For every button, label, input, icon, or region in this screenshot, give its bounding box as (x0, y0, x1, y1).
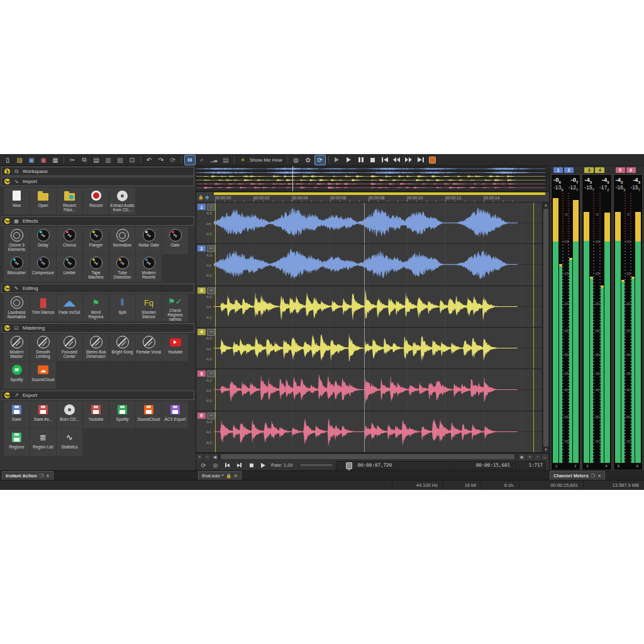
undock-icon[interactable]: ❐ (40, 474, 43, 479)
zoom-in-icon[interactable]: + (196, 454, 204, 460)
zoom-out-icon[interactable]: − (204, 454, 211, 460)
scroll-left-icon[interactable]: ◀ (211, 454, 219, 460)
action-tile-save-as[interactable]: Save As... (30, 401, 56, 428)
track-collapse-icon[interactable]: − (207, 245, 215, 252)
section-header-mastering[interactable]: ❮☑Mastering (1, 323, 194, 333)
channel-tab-1[interactable]: 1 (553, 167, 563, 173)
track-collapse-icon[interactable]: − (207, 413, 215, 419)
action-tile-extract-audio-from-cd[interactable]: Extract Audio from CD... (109, 187, 135, 214)
paste-mix-icon[interactable]: ▥ (103, 155, 114, 165)
track-number-badge[interactable]: 5 (197, 370, 206, 377)
playhead-cursor[interactable] (364, 369, 365, 410)
undo-icon[interactable]: ↶ (143, 155, 155, 165)
chevron-right-icon[interactable]: ❯ (4, 169, 10, 174)
action-tile-limiter[interactable]: ∿Limiter (57, 255, 82, 282)
track-number-badge[interactable]: 2 (197, 245, 206, 252)
track-collapse-icon[interactable]: − (207, 370, 215, 377)
play-normal-icon[interactable] (331, 155, 343, 165)
action-tile-normalize[interactable]: Normalize (109, 227, 135, 254)
audio-track-6[interactable]: -6,0-Inf.-6,06− (196, 411, 542, 453)
section-header-import[interactable]: ❮⇘Import (1, 177, 194, 186)
stop-icon[interactable] (367, 155, 379, 165)
record-icon[interactable]: ◎ (211, 462, 219, 469)
loop-region-bar[interactable] (214, 192, 545, 195)
action-tile-regions[interactable]: Regions (4, 429, 30, 456)
section-header-export[interactable]: ❮↗Export (1, 391, 194, 400)
tab-final-wav[interactable]: final.wav * 🔒 ✕ (198, 471, 242, 480)
forward-icon[interactable] (403, 155, 414, 165)
action-tile-bitcrusher[interactable]: ∿Bitcrusher (4, 255, 30, 282)
show-me-how-button[interactable]: Show Me How (250, 157, 282, 163)
action-tile-ozone-9-elements[interactable]: Ozone 9 Elements (4, 227, 30, 254)
scroll-up-icon[interactable]: ▲ (543, 203, 549, 208)
waveform[interactable] (214, 286, 542, 327)
open-icon[interactable]: ▨ (14, 155, 25, 165)
go-to-start-icon[interactable] (223, 463, 231, 467)
section-header-editing[interactable]: ❮✎Editing (1, 284, 194, 293)
action-tile-focused-center[interactable]: Focused Center (57, 334, 82, 361)
action-tile-spotify[interactable]: ≋Spotify (4, 362, 30, 389)
zoom-selection-icon[interactable]: ⌕ (196, 155, 208, 165)
action-tile-fade-in-out[interactable]: ◢◣Fade In/Out (57, 294, 82, 321)
loop-icon[interactable]: ⟳ (199, 462, 208, 469)
tab-channel-meters[interactable]: Channel Meters ❐ ✕ (550, 471, 605, 480)
spectrum-icon[interactable]: ▤ (220, 155, 231, 165)
action-tile-soundcloud[interactable]: SoundCloud (136, 401, 162, 428)
pan-tool-icon[interactable]: ✥ (205, 195, 209, 201)
close-icon[interactable]: ✕ (597, 474, 601, 479)
track-collapse-icon[interactable]: − (207, 329, 215, 336)
loop-playback-icon[interactable]: ⟳ (314, 155, 326, 165)
chevron-down-icon[interactable]: ❮ (4, 392, 10, 398)
go-to-end-icon[interactable] (415, 155, 426, 165)
action-tile-bright-song[interactable]: Bright Song (109, 334, 135, 361)
scroll-right-icon[interactable]: ▶ (519, 454, 526, 460)
action-tile-modern-master[interactable]: Modern Master (4, 334, 30, 361)
overview-navigation-bar[interactable] (196, 166, 549, 192)
pause-icon[interactable] (355, 155, 367, 165)
action-tile-modern-reverb[interactable]: ∿Modern Reverb (136, 255, 162, 282)
close-icon[interactable]: ✕ (234, 474, 238, 479)
go-to-start-icon[interactable] (379, 155, 391, 165)
lock-icon[interactable]: 🔒 (198, 195, 204, 200)
action-tile-save[interactable]: Save (4, 401, 30, 428)
action-tile-record[interactable]: Record (83, 187, 109, 214)
rate-slider[interactable] (301, 464, 332, 466)
audio-track-4[interactable]: -6,0-Inf.-6,04− (196, 328, 542, 369)
new-file-icon[interactable]: ▯ (2, 155, 13, 165)
channel-tab-3[interactable]: 3 (584, 167, 594, 173)
action-tile-acx-export[interactable]: ACX Export (162, 401, 188, 428)
playhead-cursor[interactable] (364, 328, 365, 369)
waveform[interactable] (214, 369, 542, 410)
action-tile-tape-machine[interactable]: ∿Tape Machine (83, 255, 109, 282)
section-header-effects[interactable]: ❮▦Effects (1, 216, 194, 226)
action-tile-gate[interactable]: ∿Gate (162, 227, 188, 254)
audio-track-1[interactable]: -6,0-Inf.-6,01− (196, 203, 542, 244)
horizontal-scroll-thumb[interactable] (221, 454, 514, 459)
zoom-fit-icon[interactable]: ↔ (541, 454, 549, 460)
rewind-icon[interactable] (391, 155, 402, 165)
channel-tab-5[interactable]: 5 (616, 167, 625, 173)
action-tile-word-regions[interactable]: ⚑Word Regions (83, 294, 109, 321)
chevron-down-icon[interactable]: ❮ (4, 218, 10, 224)
action-tile-recent-files[interactable]: Recent Files... (57, 187, 82, 214)
overview-cursor[interactable] (292, 166, 293, 191)
show-me-how-icon[interactable]: ☀ (237, 155, 248, 165)
action-tile-compressor[interactable]: ∿Compressor (30, 255, 56, 282)
go-to-end-icon[interactable] (235, 463, 243, 467)
cut-icon[interactable]: ✂ (67, 155, 78, 165)
redo-all-icon[interactable]: ⟳ (167, 155, 179, 165)
track-number-badge[interactable]: 4 (197, 329, 206, 335)
channel-tab-4[interactable]: 4 (595, 167, 604, 173)
action-tile-delay[interactable]: ∿Delay (30, 227, 56, 254)
section-header-workspace[interactable]: ❯⊡Workspace (1, 167, 194, 176)
audio-track-5[interactable]: -6,0-Inf.-6,05− (196, 369, 542, 411)
settings-gear-icon[interactable]: ✿ (303, 155, 314, 165)
paste-icon[interactable]: ▤ (91, 155, 102, 165)
waveform[interactable] (214, 244, 542, 285)
web-help-icon[interactable]: ◍ (291, 155, 302, 165)
track-number-badge[interactable]: 3 (197, 287, 206, 294)
close-icon[interactable]: ✕ (46, 474, 50, 479)
tab-instant-action[interactable]: Instant Action ❐ ✕ (2, 471, 53, 480)
action-tile-shorten-silence[interactable]: FqShorten Silence (136, 294, 162, 321)
track-number-badge[interactable]: 1 (197, 204, 206, 210)
